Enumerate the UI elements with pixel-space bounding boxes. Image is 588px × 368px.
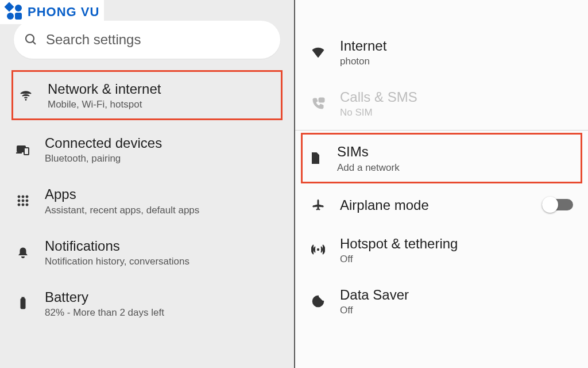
network-item-subtitle: No SIM [340, 107, 573, 118]
network-item-subtitle: Off [340, 305, 573, 316]
svg-point-13 [22, 204, 24, 206]
data-saver-icon [310, 294, 326, 308]
settings-item-battery[interactable]: Battery 82% - More than 2 days left [0, 278, 294, 329]
settings-item-apps[interactable]: Apps Assistant, recent apps, default app… [0, 175, 294, 226]
settings-item-title: Network & internet [48, 80, 276, 98]
phone-sms-icon [310, 97, 326, 110]
network-item-title: Calls & SMS [340, 88, 573, 106]
divider [295, 130, 588, 131]
brand-logo-mark [5, 2, 24, 22]
settings-item-subtitle: 82% - More than 2 days left [45, 307, 279, 319]
settings-main-pane: PHONG VU Network & internet Mobile, Wi-F… [0, 0, 294, 368]
network-item-subtitle: Off [340, 254, 573, 265]
svg-point-21 [316, 160, 316, 161]
network-item-title: Airplane mode [340, 196, 528, 214]
settings-item-title: Connected devices [45, 134, 279, 152]
svg-point-14 [26, 204, 28, 206]
apps-grid-icon [15, 194, 31, 208]
svg-point-6 [18, 195, 20, 198]
settings-item-title: Apps [45, 185, 279, 203]
network-item-subtitle: Add a network [337, 162, 576, 174]
svg-point-9 [18, 200, 20, 202]
wifi-icon [18, 89, 34, 102]
brand-logo: PHONG VU [0, 0, 104, 24]
sim-card-icon [307, 151, 323, 165]
settings-item-subtitle: Assistant, recent apps, default apps [45, 205, 279, 216]
network-item-title: Hotspot & tethering [340, 235, 573, 252]
settings-item-connected-devices[interactable]: Connected devices Bluetooth, pairing [0, 124, 294, 175]
svg-point-11 [26, 200, 28, 202]
airplane-mode-toggle[interactable] [542, 196, 573, 213]
wifi-full-icon [310, 45, 326, 59]
settings-item-title: Notifications [45, 237, 279, 255]
svg-point-10 [22, 200, 24, 202]
svg-point-8 [26, 195, 28, 198]
hotspot-icon [310, 243, 326, 256]
network-item-calls-sms: Calls & SMS No SIM [295, 78, 588, 129]
svg-rect-4 [24, 148, 29, 155]
settings-item-title: Battery [45, 288, 279, 306]
svg-rect-17 [319, 98, 324, 102]
network-item-data-saver[interactable]: Data Saver Off [295, 275, 588, 327]
svg-rect-16 [22, 297, 24, 299]
search-bar[interactable] [14, 21, 280, 59]
brand-logo-text: PHONG VU [28, 5, 99, 20]
svg-point-7 [22, 195, 24, 198]
settings-item-network[interactable]: Network & internet Mobile, Wi-Fi, hotspo… [13, 72, 281, 118]
settings-item-subtitle: Bluetooth, pairing [45, 153, 279, 164]
svg-rect-15 [21, 298, 25, 309]
network-item-title: Internet [340, 37, 573, 55]
svg-point-20 [314, 160, 314, 161]
network-item-title: Data Saver [340, 286, 573, 304]
bell-icon [15, 245, 31, 259]
network-item-airplane[interactable]: Airplane mode [295, 186, 588, 224]
highlight-network-internet: Network & internet Mobile, Wi-Fi, hotspo… [11, 70, 283, 120]
settings-item-subtitle: Mobile, Wi-Fi, hotspot [48, 99, 276, 110]
search-icon [24, 33, 38, 47]
network-detail-pane: Internet photon Calls & SMS No SIM [294, 0, 588, 368]
airplane-icon [310, 198, 326, 212]
network-item-subtitle: photon [340, 56, 573, 67]
network-item-title: SIMs [337, 143, 576, 160]
svg-point-22 [317, 248, 319, 251]
svg-line-1 [33, 41, 36, 44]
battery-icon [15, 296, 31, 310]
network-item-internet[interactable]: Internet photon [295, 26, 588, 78]
svg-point-19 [316, 158, 316, 159]
svg-point-0 [26, 34, 34, 43]
search-input[interactable] [46, 32, 270, 48]
network-item-sims[interactable]: SIMs Add a network [303, 135, 581, 181]
svg-point-18 [314, 158, 314, 159]
devices-icon [15, 143, 31, 156]
svg-point-2 [25, 99, 27, 101]
settings-item-subtitle: Notification history, conversations [45, 256, 279, 267]
settings-item-notifications[interactable]: Notifications Notification history, conv… [0, 227, 294, 278]
svg-point-12 [18, 204, 20, 206]
highlight-sims: SIMs Add a network [301, 133, 582, 183]
network-item-hotspot[interactable]: Hotspot & tethering Off [295, 224, 588, 275]
